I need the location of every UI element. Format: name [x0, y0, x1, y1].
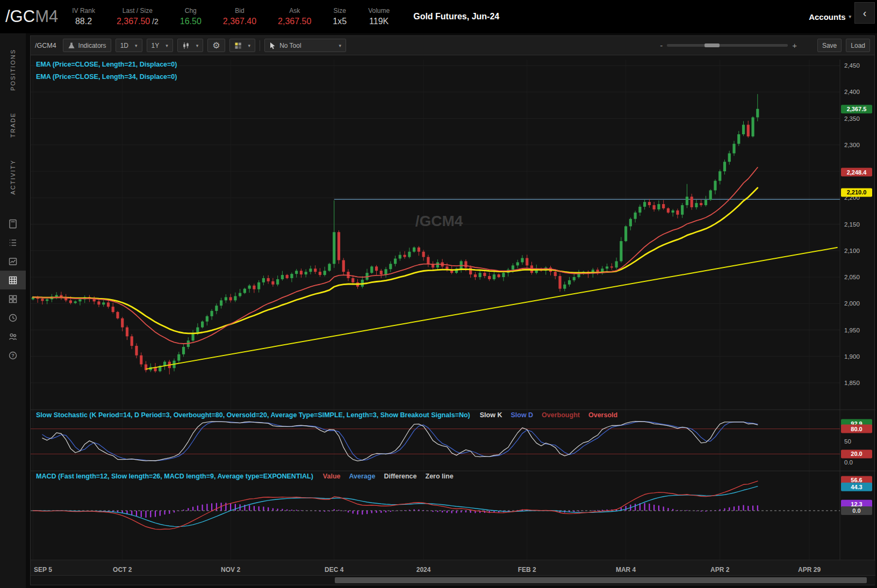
svg-text:56.6: 56.6	[851, 477, 862, 483]
price-chart[interactable]: 2,4502,4002,3502,3002,2502,2002,1502,100…	[31, 55, 875, 585]
people-icon[interactable]	[0, 327, 26, 346]
svg-text:2,050: 2,050	[844, 274, 860, 280]
chart-type-dropdown[interactable]	[177, 39, 204, 52]
svg-text:MAR 4: MAR 4	[616, 566, 636, 574]
chart-settings-button[interactable]	[207, 39, 225, 52]
calculator-icon[interactable]	[0, 214, 26, 233]
sidebar-item-label: POSITIONS	[10, 49, 16, 91]
header: /GCM4 IV Rank88.2Last / Size2,367.50 /2C…	[0, 0, 877, 33]
svg-text:1,850: 1,850	[844, 380, 860, 386]
legend-item: Oversold	[588, 411, 617, 419]
svg-text:0.0: 0.0	[844, 459, 853, 466]
load-label: Load	[851, 42, 865, 49]
indicators-button[interactable]: Indicators	[63, 39, 111, 52]
sidebar-item-label: ACTIVITY	[10, 159, 16, 195]
chart-widget: /GCM4 Indicators 1D 1Y No Tool -	[30, 35, 875, 585]
stochastic-legend: Slow KSlow DOverboughtOversold	[480, 411, 617, 419]
quote-box-icon[interactable]	[0, 252, 26, 271]
study-labels-stochastic: Slow Stochastic (K Period=14, D Period=3…	[36, 411, 617, 419]
ema-21-label: EMA (Price=CLOSE, Length=21, Displace=0)	[36, 61, 177, 68]
scrollbar-thumb[interactable]	[335, 577, 867, 583]
svg-text:APR 29: APR 29	[798, 566, 821, 574]
chart-grid-icon[interactable]	[0, 271, 26, 289]
quote-field-label: IV Rank	[72, 7, 95, 14]
stochastic-label: Slow Stochastic (K Period=14, D Period=3…	[36, 411, 470, 419]
gear-icon	[212, 40, 220, 50]
sidebar-item-positions[interactable]: POSITIONS	[0, 41, 26, 99]
svg-text:2024: 2024	[416, 566, 431, 574]
legend-item: Slow K	[480, 411, 502, 419]
dashboard-icon[interactable]	[0, 289, 26, 308]
quote-field-value: 88.2	[75, 17, 92, 26]
horizontal-scrollbar[interactable]	[31, 575, 875, 585]
zoom-control: - +	[660, 41, 797, 50]
legend-item: Value	[323, 473, 341, 480]
quote-field: Bid2,367.40	[223, 7, 256, 26]
save-label: Save	[822, 42, 837, 49]
pattern-grid-icon	[234, 42, 242, 49]
macd-legend: ValueAverageDifferenceZero line	[323, 473, 454, 480]
quote-field-label: Last / Size	[123, 7, 153, 14]
quote-field-label: Ask	[289, 7, 300, 14]
clock-icon[interactable]	[0, 308, 26, 327]
svg-text:FEB 2: FEB 2	[518, 566, 536, 574]
quote-field-label: Size	[334, 7, 346, 14]
svg-text:2,300: 2,300	[844, 142, 860, 148]
legend-item: Difference	[384, 473, 416, 480]
watchlist-icon[interactable]	[0, 233, 26, 252]
svg-text:12.3: 12.3	[851, 501, 862, 507]
quote-field: Ask2,367.50	[278, 7, 311, 26]
quote-field-label: Volume	[368, 7, 390, 14]
drawing-tool-label: No Tool	[279, 42, 332, 49]
svg-text:OCT 2: OCT 2	[113, 566, 132, 574]
sidebar-item-activity[interactable]: ACTIVITY	[0, 151, 26, 202]
zoom-slider-thumb[interactable]	[705, 43, 720, 47]
flask-icon	[68, 42, 75, 49]
study-labels-price: EMA (Price=CLOSE, Length=21, Displace=0)…	[36, 61, 177, 81]
chart-toolbar: /GCM4 Indicators 1D 1Y No Tool -	[31, 36, 874, 55]
svg-text:SEP 5: SEP 5	[34, 566, 52, 574]
accounts-dropdown[interactable]: Accounts	[809, 12, 851, 21]
collapse-panel-button[interactable]: ‹	[854, 2, 875, 24]
header-quote-fields: IV Rank88.2Last / Size2,367.50 /2Chg16.5…	[72, 7, 411, 26]
symbol-root: /GC	[5, 7, 35, 26]
svg-text:2,100: 2,100	[844, 248, 860, 254]
drawing-tool-dropdown[interactable]: No Tool	[264, 39, 346, 52]
svg-text:2,150: 2,150	[844, 221, 860, 228]
range-value: 1Y	[152, 42, 160, 49]
instrument-description: Gold Futures, Jun-24	[413, 12, 499, 21]
toolbar-separator	[260, 40, 260, 51]
help-icon[interactable]: ?	[0, 346, 26, 365]
svg-text:2,000: 2,000	[844, 300, 860, 307]
svg-text:1,900: 1,900	[844, 353, 860, 360]
quote-field: Last / Size2,367.50 /2	[117, 7, 159, 26]
quote-field: Size1x5	[333, 7, 347, 26]
timeframe-dropdown[interactable]: 1D	[116, 39, 142, 52]
quote-field-value: 2,367.50 /2	[117, 17, 159, 26]
svg-text:APR 2: APR 2	[710, 566, 730, 574]
load-button[interactable]: Load	[846, 39, 870, 52]
zoom-out-button[interactable]: -	[660, 41, 663, 50]
study-labels-macd: MACD (Fast length=12, Slow length=26, MA…	[36, 473, 454, 480]
svg-text:2,450: 2,450	[844, 62, 860, 69]
sidebar-item-trade[interactable]: TRADE	[0, 106, 26, 144]
zoom-slider[interactable]	[667, 44, 788, 47]
chart-symbol-label: /GCM4	[35, 42, 56, 49]
quote-field-value: 16.50	[180, 17, 202, 26]
svg-text:2,350: 2,350	[844, 115, 860, 122]
macd-label: MACD (Fast length=12, Slow length=26, MA…	[36, 473, 313, 480]
pattern-tool-dropdown[interactable]	[229, 39, 256, 52]
quote-field: Volume119K	[368, 7, 390, 26]
legend-item: Slow D	[511, 411, 533, 419]
chart-body: 2,4502,4002,3502,3002,2502,2002,1502,100…	[31, 55, 874, 585]
sidebar: POSITIONS TRADE ACTIVITY ?	[0, 33, 26, 588]
save-button[interactable]: Save	[817, 39, 842, 52]
range-dropdown[interactable]: 1Y	[147, 39, 173, 52]
svg-text:2,210.0: 2,210.0	[847, 189, 867, 195]
zoom-in-button[interactable]: +	[792, 41, 797, 50]
svg-text:NOV 2: NOV 2	[221, 566, 240, 574]
legend-item: Average	[349, 473, 376, 480]
candles	[32, 94, 759, 374]
svg-text:DEC 4: DEC 4	[325, 566, 344, 574]
cursor-icon	[269, 42, 276, 49]
